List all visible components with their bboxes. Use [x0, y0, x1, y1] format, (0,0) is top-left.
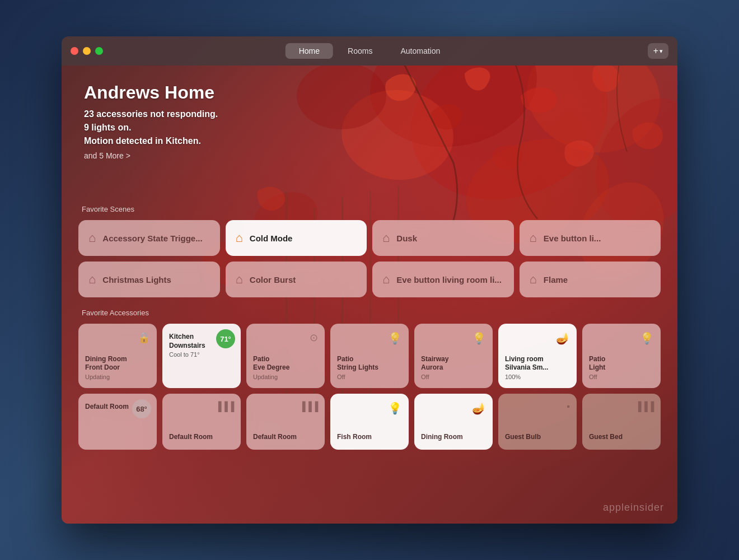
accessory-name: StairwayAurora: [421, 355, 486, 372]
accessory-patio-string[interactable]: 💡 PatioString Lights Off: [330, 324, 409, 388]
titlebar: Home Rooms Automation + ▾: [62, 36, 677, 66]
accessory-name: Fish Room: [337, 433, 402, 442]
scene-name-dusk: Dusk: [396, 234, 417, 243]
status-line-1: 23 accessories not responding.: [84, 108, 655, 121]
home-icon: ⌂: [530, 272, 537, 287]
bottom-tile-guest-bulb[interactable]: ▪ Guest Bulb: [498, 394, 577, 450]
scene-tile-christmas[interactable]: ⌂ Christmas Lights: [78, 262, 220, 297]
temp-badge: 71°: [216, 329, 235, 348]
scene-name-christmas: Christmas Lights: [102, 275, 171, 284]
thermometer-icon: ⊙: [310, 332, 318, 344]
status-line-2: 9 lights on.: [84, 121, 655, 134]
bottom-tile-default-1[interactable]: 68° Default Room: [78, 394, 157, 450]
lamp-blue-icon: 🪔: [421, 402, 486, 415]
accessory-name: PatioString Lights: [337, 355, 402, 372]
accessory-status: Off: [337, 374, 402, 380]
plus-icon: +: [653, 46, 658, 56]
accessory-name: PatioLight: [589, 355, 654, 372]
tab-bar: Home Rooms Automation: [286, 43, 454, 59]
scene-name-cold-mode: Cold Mode: [250, 234, 293, 243]
temp-badge-small: 68°: [132, 399, 151, 418]
bulb-icon: 💡: [388, 332, 402, 345]
scene-tile-eve-living[interactable]: ⌂ Eve button living room li...: [372, 262, 514, 297]
accessory-name: Dining Room: [421, 433, 486, 442]
accessory-status: Cool to 71°: [169, 351, 234, 358]
scene-name: Accessory State Trigge...: [102, 234, 202, 243]
scene-tile-dusk[interactable]: ⌂ Dusk: [372, 220, 514, 256]
more-link[interactable]: and 5 More >: [84, 151, 655, 160]
bulb-icon: 💡: [472, 332, 486, 345]
home-icon: ⌂: [382, 272, 390, 287]
tab-rooms[interactable]: Rooms: [334, 43, 386, 59]
close-button[interactable]: [71, 47, 78, 55]
accessory-kitchen-downstairs[interactable]: 71° KitchenDownstairs Cool to 71°: [162, 324, 241, 388]
scene-tile-color-burst[interactable]: ⌂ Color Burst: [226, 262, 367, 297]
accessory-patio-light[interactable]: 💡 PatioLight Off: [582, 324, 661, 388]
lamp-icon: 🪔: [556, 332, 570, 345]
accessory-name: Living roomSilvania Sm...: [505, 355, 570, 372]
scenes-grid: ⌂ Accessory State Trigge... ⌂ Cold Mode …: [78, 220, 661, 297]
minimize-button[interactable]: [83, 47, 91, 55]
home-icon: ⌂: [382, 231, 390, 245]
accessory-dining-door[interactable]: 🔒 Dining RoomFront Door Updating: [78, 324, 157, 388]
bars-icon: ▐▐▐: [169, 402, 234, 412]
accessory-name: Dining RoomFront Door: [85, 355, 150, 372]
accessory-stairway[interactable]: 💡 StairwayAurora Off: [414, 324, 493, 388]
home-icon-active: ⌂: [236, 231, 243, 245]
bulb-icon: 💡: [640, 332, 654, 345]
bottom-tile-fish[interactable]: 💡 Fish Room: [330, 394, 409, 450]
home-title: Andrews Home: [84, 82, 655, 103]
square-icon: ▪: [505, 402, 570, 412]
hero-content: Andrews Home 23 accessories not respondi…: [62, 66, 677, 160]
accessory-status: 100%: [505, 374, 570, 380]
favorite-accessories-section: Favorite Accessories 🔒 Dining RoomFront …: [62, 309, 677, 450]
bottom-tiles-grid: 68° Default Room ▐▐▐ Default Room ▐▐▐: [78, 394, 661, 450]
accessory-name: Default Room: [169, 433, 234, 442]
bulb-yellow-icon: 💡: [337, 402, 402, 415]
accessory-status: Off: [589, 374, 654, 380]
accessory-name: Guest Bed: [589, 433, 654, 442]
scene-name-flame: Flame: [544, 275, 568, 284]
scene-tile-eve-button[interactable]: ⌂ Eve button li...: [520, 220, 661, 256]
scene-name-color-burst: Color Burst: [250, 275, 296, 284]
bars-icon: ▐▐▐: [589, 402, 654, 412]
home-icon: ⌂: [236, 272, 243, 287]
bars-icon: ▐▐▐: [253, 402, 318, 412]
maximize-button[interactable]: [95, 47, 103, 55]
scene-tile-flame[interactable]: ⌂ Flame: [520, 262, 661, 297]
scene-tile-accessory-trigger[interactable]: ⌂ Accessory State Trigge...: [78, 220, 220, 256]
accessory-name: Default Room: [253, 433, 318, 442]
bottom-row: 68° Default Room ▐▐▐ Default Room ▐▐▐: [78, 394, 661, 450]
main-window: Home Rooms Automation + ▾: [62, 36, 677, 524]
scene-tile-cold-mode[interactable]: ⌂ Cold Mode: [226, 220, 367, 256]
bottom-tile-default-2[interactable]: ▐▐▐ Default Room: [162, 394, 241, 450]
scene-name-eve: Eve button li...: [544, 234, 601, 243]
accessory-patio-eve[interactable]: ⊙ PatioEve Degree Updating: [246, 324, 325, 388]
scene-name-eve-living: Eve button living room li...: [396, 275, 502, 284]
accessory-living-silvania[interactable]: 🪔 Living roomSilvania Sm... 100%: [498, 324, 577, 388]
home-icon: ⌂: [530, 231, 537, 245]
tab-automation[interactable]: Automation: [387, 43, 453, 59]
scenes-section-label: Favorite Scenes: [78, 205, 661, 213]
accessory-status: Off: [421, 374, 486, 380]
chevron-down-icon: ▾: [660, 48, 663, 55]
tab-home[interactable]: Home: [286, 43, 333, 59]
accessory-name: Guest Bulb: [505, 433, 570, 442]
accessory-name: PatioEve Degree: [253, 355, 318, 372]
status-line-3: Motion detected in Kitchen.: [84, 134, 655, 148]
accessories-grid: 🔒 Dining RoomFront Door Updating 71° Kit…: [78, 324, 661, 388]
bottom-tile-dining[interactable]: 🪔 Dining Room: [414, 394, 493, 450]
bottom-tile-guest-bed[interactable]: ▐▐▐ Guest Bed: [582, 394, 661, 450]
accessory-status: Updating: [253, 374, 318, 380]
home-icon: ⌂: [88, 272, 96, 287]
favorite-scenes-section: Favorite Scenes ⌂ Accessory State Trigge…: [62, 205, 677, 297]
add-button[interactable]: + ▾: [648, 43, 668, 59]
home-icon: ⌂: [88, 231, 96, 245]
bottom-tile-default-3[interactable]: ▐▐▐ Default Room: [246, 394, 325, 450]
content-area: Andrews Home 23 accessories not respondi…: [62, 66, 677, 524]
accessories-section-label: Favorite Accessories: [78, 309, 661, 317]
traffic-lights: [71, 47, 103, 55]
accessory-status: Updating: [85, 374, 150, 380]
lock-icon: 🔒: [138, 332, 150, 344]
